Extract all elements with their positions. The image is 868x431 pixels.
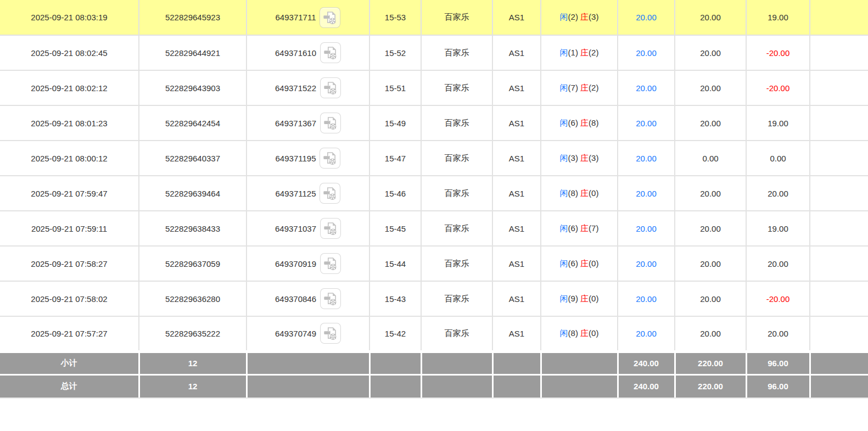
bet-amount-cell: 20.00 bbox=[618, 176, 675, 211]
table-name-cell: AS1 bbox=[492, 281, 541, 316]
table-row[interactable]: 2025-09-21 08:03:19522829645923649371711… bbox=[0, 0, 868, 35]
game-name-cell: 百家乐 bbox=[421, 176, 492, 211]
summary-empty-cell bbox=[810, 351, 868, 374]
bet-id-cell: 522829645923 bbox=[139, 0, 247, 35]
bet-time-cell: 2025-09-21 07:57:27 bbox=[0, 316, 139, 351]
video-replay-icon bbox=[322, 290, 339, 307]
table-row[interactable]: 2025-09-21 07:58:02522829636280649370846… bbox=[0, 281, 868, 316]
valid-amount-cell: 20.00 bbox=[675, 316, 746, 351]
table-row[interactable]: 2025-09-21 08:00:12522829640337649371195… bbox=[0, 141, 868, 176]
video-replay-button[interactable] bbox=[320, 148, 340, 169]
win-loss-cell: 20.00 bbox=[746, 316, 810, 351]
bet-id-cell: 522829635222 bbox=[139, 316, 247, 351]
win-loss-cell: -20.00 bbox=[746, 70, 810, 105]
summary-count-cell: 12 bbox=[139, 374, 247, 398]
summary-label-cell: 小计 bbox=[0, 351, 139, 374]
video-replay-button[interactable] bbox=[320, 113, 341, 133]
player-label: 闲 bbox=[560, 294, 568, 303]
player-label: 闲 bbox=[560, 153, 568, 163]
table-name-cell: AS1 bbox=[492, 35, 541, 70]
valid-amount-cell: 0.00 bbox=[675, 141, 746, 176]
table-row[interactable]: 2025-09-21 07:58:27522829637059649370919… bbox=[0, 246, 868, 281]
bet-id-cell: 522829638433 bbox=[139, 211, 247, 246]
video-replay-icon bbox=[322, 220, 339, 237]
round-id-wrap: 649370846 bbox=[248, 288, 368, 309]
shoe-round-cell: 15-51 bbox=[369, 70, 421, 105]
bet-amount-value: 20.00 bbox=[636, 329, 657, 338]
win-loss-cell: -20.00 bbox=[746, 281, 810, 316]
table-name-cell: AS1 bbox=[492, 176, 541, 211]
round-id-wrap: 649371037 bbox=[248, 218, 368, 239]
round-id-text: 649371195 bbox=[276, 154, 316, 163]
table-name-cell: AS1 bbox=[492, 141, 541, 176]
table-row[interactable]: 2025-09-21 08:01:23522829642454649371367… bbox=[0, 105, 868, 141]
round-id-cell: 649370846 bbox=[247, 281, 369, 316]
result-cell: 闲(3) 庄(3) bbox=[541, 141, 618, 176]
valid-amount-cell: 20.00 bbox=[675, 176, 746, 211]
table-row[interactable]: 2025-09-21 07:59:11522829638433649371037… bbox=[0, 211, 868, 246]
round-id-wrap: 649371610 bbox=[248, 42, 368, 63]
round-id-text: 649371037 bbox=[275, 224, 316, 233]
video-replay-button[interactable] bbox=[320, 77, 341, 98]
video-replay-button[interactable] bbox=[320, 288, 341, 309]
video-replay-icon bbox=[322, 44, 339, 61]
banker-label: 庄 bbox=[580, 294, 589, 303]
game-name-cell: 百家乐 bbox=[421, 141, 492, 176]
round-id-text: 649370846 bbox=[275, 294, 316, 304]
video-replay-button[interactable] bbox=[320, 323, 341, 344]
video-replay-button[interactable] bbox=[320, 218, 341, 239]
game-name-cell: 百家乐 bbox=[421, 281, 492, 316]
result-cell: 闲(9) 庄(0) bbox=[541, 281, 618, 316]
summary-label-cell: 总计 bbox=[0, 374, 139, 398]
video-replay-button[interactable] bbox=[320, 253, 341, 274]
bet-time-cell: 2025-09-21 08:03:19 bbox=[0, 0, 139, 35]
summary-empty-cell bbox=[247, 351, 369, 374]
player-label: 闲 bbox=[560, 328, 568, 338]
result-cell: 闲(7) 庄(2) bbox=[541, 70, 618, 105]
valid-amount-cell: 20.00 bbox=[675, 70, 746, 105]
table-row[interactable]: 2025-09-21 08:02:12522829643903649371522… bbox=[0, 70, 868, 105]
records-footer: 小计12240.00220.0096.00总计12240.00220.0096.… bbox=[0, 351, 868, 398]
table-row[interactable]: 2025-09-21 08:02:45522829644921649371610… bbox=[0, 35, 868, 70]
bet-id-cell: 522829642454 bbox=[139, 105, 247, 141]
bet-id-cell: 522829640337 bbox=[139, 141, 247, 176]
table-name-cell: AS1 bbox=[492, 246, 541, 281]
round-id-text: 649371610 bbox=[275, 48, 316, 58]
summary-empty-cell bbox=[492, 374, 541, 398]
bet-time-cell: 2025-09-21 08:00:12 bbox=[0, 141, 139, 176]
extra-cell bbox=[810, 211, 868, 246]
bet-amount-value: 20.00 bbox=[636, 83, 657, 93]
table-row[interactable]: 2025-09-21 07:57:27522829635222649370749… bbox=[0, 316, 868, 351]
result-cell: 闲(6) 庄(7) bbox=[541, 211, 618, 246]
round-id-cell: 649370749 bbox=[247, 316, 369, 351]
win-loss-cell: 0.00 bbox=[746, 141, 810, 176]
round-id-wrap: 649370919 bbox=[248, 253, 368, 274]
video-replay-icon bbox=[322, 9, 338, 26]
valid-amount-cell: 20.00 bbox=[675, 0, 746, 35]
table-row[interactable]: 2025-09-21 07:59:47522829639464649371125… bbox=[0, 176, 868, 211]
summary-count-cell: 12 bbox=[139, 351, 247, 374]
video-replay-button[interactable] bbox=[320, 7, 340, 28]
bet-amount-cell: 20.00 bbox=[618, 0, 675, 35]
round-id-wrap: 649370749 bbox=[248, 323, 368, 344]
round-id-wrap: 649371711 bbox=[248, 7, 368, 28]
bet-time-cell: 2025-09-21 07:58:27 bbox=[0, 246, 139, 281]
video-replay-icon bbox=[322, 255, 339, 272]
banker-label: 庄 bbox=[580, 12, 589, 21]
video-replay-button[interactable] bbox=[320, 183, 340, 204]
bet-time-cell: 2025-09-21 08:02:45 bbox=[0, 35, 139, 70]
summary-empty-cell bbox=[421, 351, 492, 374]
bet-records-panel: 2025-09-21 08:03:19522829645923649371711… bbox=[0, 0, 868, 399]
win-loss-value: -20.00 bbox=[766, 48, 790, 58]
video-replay-button[interactable] bbox=[320, 42, 341, 63]
round-id-text: 649371125 bbox=[276, 189, 316, 198]
game-name-cell: 百家乐 bbox=[421, 35, 492, 70]
bet-id-cell: 522829644921 bbox=[139, 35, 247, 70]
summary-win-loss-cell: 96.00 bbox=[746, 351, 810, 374]
banker-label: 庄 bbox=[580, 118, 589, 127]
extra-cell bbox=[810, 35, 868, 70]
bet-amount-value: 20.00 bbox=[636, 294, 657, 304]
banker-label: 庄 bbox=[580, 328, 589, 338]
round-id-cell: 649371125 bbox=[247, 176, 369, 211]
win-loss-value: 19.00 bbox=[768, 119, 788, 128]
